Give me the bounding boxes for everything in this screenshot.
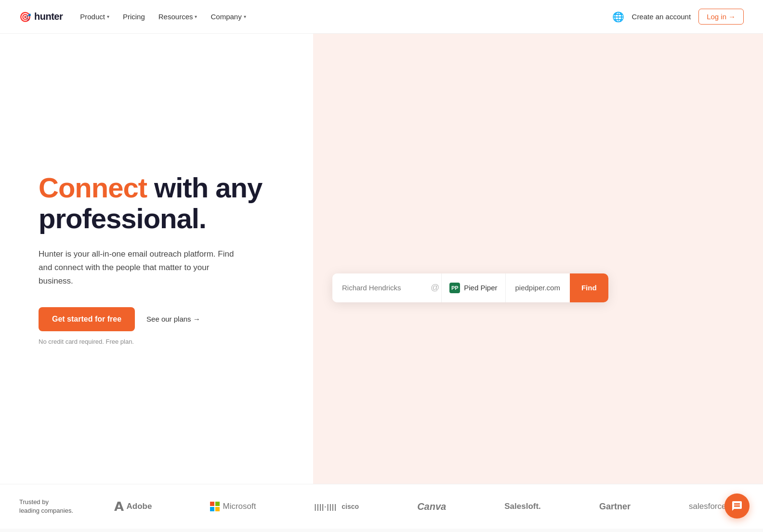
hero-section: Connect with any professional. Hunter is…	[0, 34, 763, 484]
no-credit-card-text: No credit card required. Free plan.	[39, 338, 275, 345]
microsoft-logo: Microsoft	[210, 502, 256, 511]
get-started-button[interactable]: Get started for free	[39, 307, 135, 331]
trusted-logos: 𝗔 Adobe Microsoft ||||·|||| cisco Canva …	[96, 499, 744, 514]
nav-right: 🌐 Create an account Log in →	[612, 9, 744, 25]
chat-button[interactable]	[724, 493, 750, 519]
nav-product[interactable]: Product ▾	[80, 13, 109, 21]
logo-icon: 🎯	[19, 11, 31, 23]
company-name: Pied Piper	[464, 284, 497, 292]
hero-left: Connect with any professional. Hunter is…	[0, 34, 313, 484]
adobe-logo: 𝗔 Adobe	[114, 499, 152, 514]
company-group: PP Pied Piper	[441, 273, 505, 302]
gartner-logo: Gartner	[599, 502, 631, 512]
trusted-bar: Trusted by leading companies. 𝗔 Adobe Mi…	[0, 484, 763, 529]
find-button[interactable]: Find	[570, 273, 608, 302]
globe-icon[interactable]: 🌐	[612, 11, 624, 23]
hero-title: Connect with any professional.	[39, 172, 275, 234]
hero-cta-row: Get started for free See our plans →	[39, 307, 275, 331]
chevron-down-icon: ▾	[107, 14, 109, 19]
trusted-label: Trusted by leading companies.	[19, 498, 96, 515]
navbar: 🎯 hunter Product ▾ Pricing Resources ▾ C…	[0, 0, 763, 34]
svg-rect-3	[215, 507, 220, 511]
logo-text: hunter	[34, 11, 63, 22]
chat-icon	[731, 500, 743, 512]
email-finder-demo: @ PP Pied Piper piedpiper.com Find	[332, 273, 608, 302]
company-icon: PP	[449, 283, 460, 293]
microsoft-icon	[210, 502, 220, 511]
chevron-down-icon: ▾	[244, 14, 246, 19]
login-button[interactable]: Log in →	[698, 9, 744, 25]
data-section: 01. Data	[0, 529, 763, 532]
salesforce-logo: salesforce	[689, 502, 726, 511]
nav-resources[interactable]: Resources ▾	[158, 13, 197, 21]
hero-right: @ PP Pied Piper piedpiper.com Find	[313, 34, 763, 484]
svg-rect-2	[210, 507, 214, 511]
chevron-down-icon: ▾	[195, 14, 197, 19]
at-symbol: @	[429, 283, 441, 293]
cisco-logo: ||||·|||| cisco	[315, 503, 359, 511]
nav-pricing[interactable]: Pricing	[123, 13, 145, 21]
nav-company[interactable]: Company ▾	[210, 13, 246, 21]
create-account-link[interactable]: Create an account	[632, 13, 691, 21]
see-plans-link[interactable]: See our plans →	[146, 315, 200, 323]
hero-title-accent: Connect	[39, 172, 147, 203]
domain-field: piedpiper.com	[505, 273, 570, 302]
canva-logo: Canva	[417, 501, 446, 512]
salesloft-logo: Salesloft.	[504, 502, 541, 511]
svg-rect-1	[215, 502, 220, 506]
hero-description: Hunter is your all-in-one email outreach…	[39, 247, 241, 288]
nav-links: Product ▾ Pricing Resources ▾ Company ▾	[80, 13, 612, 21]
logo[interactable]: 🎯 hunter	[19, 11, 63, 23]
svg-rect-0	[210, 502, 214, 506]
name-input[interactable]	[332, 273, 429, 302]
